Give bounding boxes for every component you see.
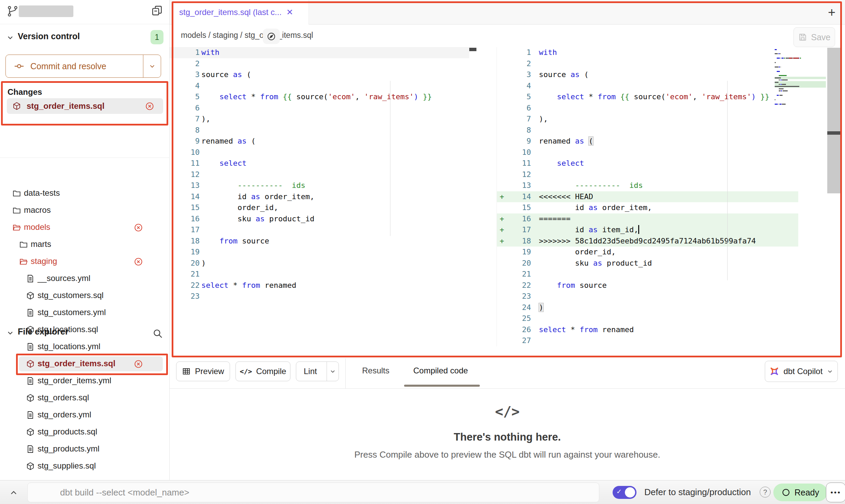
tree-item-stg_supplies.sql[interactable]: stg_supplies.sql — [0, 458, 170, 475]
tab-results[interactable]: Results — [362, 366, 389, 375]
tree-item-macros[interactable]: macros — [0, 202, 170, 219]
code-line[interactable]: 25 — [497, 313, 798, 324]
diff-added-marker: + — [497, 224, 507, 236]
tree-item-marts[interactable]: marts — [0, 236, 170, 253]
code-line[interactable]: 23 — [497, 291, 798, 302]
code-line[interactable]: +17 id as item_id, — [497, 224, 798, 236]
code-line[interactable]: +16======= — [497, 213, 798, 225]
code-line[interactable]: 8 — [170, 125, 469, 136]
code-line[interactable]: 4 — [497, 80, 798, 92]
code-line[interactable]: 10 — [170, 147, 469, 158]
tree-item-__sources.yml[interactable]: __sources.yml — [0, 270, 170, 287]
discard-change-icon[interactable] — [134, 257, 143, 266]
tree-item-stg_order_items.sql[interactable]: stg_order_items.sql — [0, 355, 170, 372]
new-tab-button[interactable]: + — [824, 5, 839, 20]
code-line[interactable]: 27 — [497, 335, 798, 346]
line-number: 19 — [170, 247, 200, 258]
code-line[interactable]: 11 select — [497, 158, 798, 169]
tree-item-models[interactable]: models — [0, 219, 170, 236]
tab-compiled-code[interactable]: Compiled code — [413, 366, 468, 375]
code-line[interactable]: 18 from source — [170, 236, 469, 247]
expand-command-bar-icon[interactable] — [9, 488, 18, 498]
tree-item-stg_locations.yml[interactable]: stg_locations.yml — [0, 338, 170, 355]
save-button[interactable]: Save — [793, 27, 835, 47]
code-line[interactable]: 3source as ( — [497, 69, 798, 80]
code-line[interactable]: 24) — [497, 302, 798, 313]
code-line[interactable]: 16 sku as product_id — [170, 213, 469, 225]
left-pane-scrollbar[interactable] — [469, 48, 476, 51]
code-line[interactable]: 1with — [170, 47, 469, 58]
code-line[interactable]: 12 — [170, 169, 469, 180]
tree-item-stg_products.sql[interactable]: stg_products.sql — [0, 424, 170, 441]
code-line[interactable]: 2 — [170, 58, 469, 70]
code-line[interactable]: 7), — [170, 114, 469, 125]
command-input[interactable] — [27, 483, 599, 502]
tree-item-staging[interactable]: staging — [0, 253, 170, 270]
lint-button[interactable]: Lint — [296, 361, 339, 381]
code-line[interactable]: 5 select * from {{ source('ecom', 'raw_i… — [170, 91, 469, 103]
code-line[interactable]: 11 select — [170, 158, 469, 169]
tree-item-data-tests[interactable]: data-tests — [0, 185, 170, 202]
code-line[interactable]: 26select * from renamed — [497, 324, 798, 336]
lint-options-chevron[interactable] — [327, 362, 339, 381]
code-line[interactable]: 20) — [170, 258, 469, 269]
editor-pane-current[interactable]: 1with23source as (45 select * from {{ so… — [497, 47, 798, 346]
code-line[interactable]: +14<<<<<<< HEAD — [497, 191, 798, 203]
tree-item-stg_products.yml[interactable]: stg_products.yml — [0, 441, 170, 458]
more-options-button[interactable]: ••• — [826, 483, 845, 502]
tree-item-stg_customers.yml[interactable]: stg_customers.yml — [0, 304, 170, 321]
duplicate-icon[interactable] — [151, 5, 163, 16]
code-line[interactable]: 3source as ( — [170, 69, 469, 80]
change-item[interactable]: stg_order_items.sql — [7, 98, 163, 114]
code-line[interactable]: 2 — [497, 58, 798, 70]
tree-item-stg_orders.yml[interactable]: stg_orders.yml — [0, 406, 170, 424]
dbt-copilot-button[interactable]: dbt Copilot — [765, 361, 838, 382]
code-line[interactable]: 6 — [170, 103, 469, 114]
code-line[interactable]: 15 id as order_item, — [497, 202, 798, 213]
code-line[interactable]: 9renamed as ( — [170, 136, 469, 147]
tree-item-stg_orders.sql[interactable]: stg_orders.sql — [0, 389, 170, 406]
code-line[interactable]: 14 id as order_item, — [170, 191, 469, 203]
code-line[interactable]: 7), — [497, 114, 798, 125]
code-line[interactable]: 17 — [170, 224, 469, 236]
code-line[interactable]: 12 — [497, 169, 798, 180]
minimap[interactable] — [775, 48, 826, 110]
code-line[interactable]: 22select * from renamed — [170, 280, 469, 291]
compile-button[interactable]: </> Compile — [235, 361, 290, 381]
discard-change-icon[interactable] — [134, 223, 143, 232]
tree-item-stg_locations.sql[interactable]: stg_locations.sql — [0, 321, 170, 338]
code-line[interactable]: 13 ---------- ids — [497, 180, 798, 191]
code-line[interactable]: 10 — [497, 147, 798, 158]
code-line[interactable]: 22 from source — [497, 280, 798, 291]
tree-item-stg_customers.sql[interactable]: stg_customers.sql — [0, 287, 170, 304]
right-pane-scrollbar[interactable] — [827, 48, 842, 193]
tab-stg-order-items[interactable]: stg_order_items.sql (last c... ✕ — [172, 0, 309, 25]
tree-item-stg_order_items.yml[interactable]: stg_order_items.yml — [0, 372, 170, 389]
help-icon[interactable]: ? — [760, 487, 771, 498]
tab-close-icon[interactable]: ✕ — [286, 8, 293, 17]
code-line[interactable]: 19 — [170, 247, 469, 258]
version-control-chevron-icon[interactable] — [6, 33, 14, 42]
commit-and-resolve-button[interactable]: Commit and resolve — [5, 55, 161, 78]
defer-toggle[interactable]: ✓ — [613, 486, 636, 499]
code-line[interactable]: 9renamed as ( — [497, 136, 798, 147]
commit-options-chevron[interactable] — [143, 55, 161, 77]
compass-icon[interactable] — [263, 29, 280, 44]
code-line[interactable]: 4 — [170, 80, 469, 92]
code-line[interactable]: 8 — [497, 125, 798, 136]
code-line[interactable]: 6 — [497, 103, 798, 114]
editor-pane-last-commit[interactable]: 1with23source as (45 select * from {{ so… — [170, 47, 469, 302]
code-line[interactable]: 5 select * from {{ source('ecom', 'raw_i… — [497, 91, 798, 103]
discard-change-icon[interactable] — [134, 359, 143, 369]
code-line[interactable]: 21 — [497, 269, 798, 280]
code-line[interactable]: 15 order_id, — [170, 202, 469, 213]
code-line[interactable]: 20 sku as product_id — [497, 258, 798, 269]
code-line[interactable]: 19 order_id, — [497, 247, 798, 258]
code-line[interactable]: 21 — [170, 269, 469, 280]
code-line[interactable]: +18>>>>>>> 58c1dd23d5eebd9cd2495fa7124ab… — [497, 236, 798, 247]
code-line[interactable]: 23 — [170, 291, 469, 302]
code-line[interactable]: 13 ---------- ids — [170, 180, 469, 191]
discard-change-icon[interactable] — [145, 102, 154, 111]
preview-button[interactable]: Preview — [176, 361, 230, 381]
code-line[interactable]: 1with — [497, 47, 798, 58]
